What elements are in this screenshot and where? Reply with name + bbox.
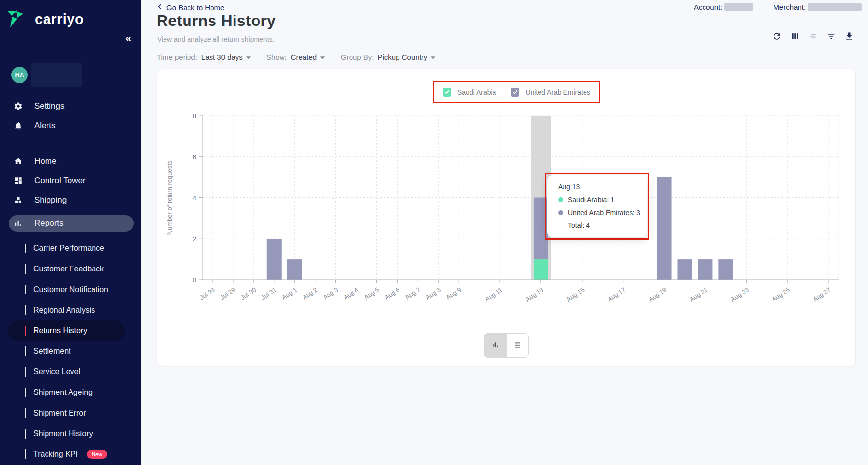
- chart-tooltip: Aug 13 Saudi Arabia: 1United Arab Emirat…: [547, 175, 647, 237]
- sidebar-item-label: Home: [34, 156, 56, 166]
- sidebar-item-carrier-performance[interactable]: Carrier Performance: [8, 238, 125, 259]
- svg-text:Aug 6: Aug 6: [383, 286, 401, 301]
- submenu-indicator: [25, 388, 26, 397]
- gear-icon: [14, 102, 23, 111]
- group-by-filter: Group By: Pickup Country: [341, 53, 436, 61]
- chart-view-button[interactable]: [484, 334, 506, 357]
- sidebar-subitem-label: Shipment Ageing: [33, 388, 93, 397]
- svg-text:Jul 28: Jul 28: [198, 286, 216, 301]
- svg-text:Aug 1: Aug 1: [281, 286, 298, 301]
- sidebar-subitem-label: Carrier Performance: [33, 244, 104, 253]
- avatar[interactable]: RA: [11, 67, 28, 83]
- sidebar-item-settings[interactable]: Settings: [0, 97, 141, 116]
- time-period-dropdown[interactable]: Last 30 days: [201, 53, 251, 61]
- show-filter: Show: Created: [266, 53, 325, 61]
- legend-item-united-arab-emirates[interactable]: United Arab Emirates: [511, 88, 590, 97]
- returns-bar-chart[interactable]: 02468Jul 28Jul 29Jul 30Jul 31Aug 1Aug 2A…: [157, 69, 855, 366]
- sidebar-subitem-label: Service Level: [33, 367, 80, 376]
- sidebar-item-label: Control Tower: [34, 176, 86, 186]
- account-selector[interactable]: [724, 3, 753, 11]
- rows-icon[interactable]: [808, 31, 818, 41]
- submenu-indicator: [25, 326, 26, 336]
- sidebar-subitem-label: Customer Feedback: [33, 265, 104, 273]
- download-icon[interactable]: [845, 31, 854, 41]
- svg-text:8: 8: [193, 112, 196, 120]
- svg-text:Aug 9: Aug 9: [445, 286, 462, 301]
- tooltip-row-text: United Arab Emirates: 3: [568, 209, 640, 217]
- logo-text: carriyo: [35, 11, 84, 27]
- sidebar-item-control-tower[interactable]: Control Tower: [0, 171, 141, 191]
- sidebar-subitem-label: Shipment History: [33, 429, 93, 438]
- chevron-down-icon: [320, 53, 325, 61]
- submenu-indicator: [25, 244, 26, 253]
- reports-icon: [14, 219, 23, 228]
- chevron-left-icon: [156, 3, 163, 12]
- user-row: RA: [11, 63, 141, 87]
- sidebar-item-tracking-kpi[interactable]: Tracking KPINew: [8, 444, 125, 465]
- sidebar-item-returns-history[interactable]: Returns History: [8, 320, 125, 341]
- svg-text:Aug 2: Aug 2: [301, 286, 319, 301]
- page-title: Returns History: [157, 12, 276, 30]
- sidebar-item-settlement[interactable]: Settlement: [8, 341, 125, 362]
- table-view-button[interactable]: [506, 334, 528, 357]
- filters-row: Time period: Last 30 days Show: Created …: [141, 53, 868, 65]
- sidebar-menu: SettingsAlertsHomeControl TowerShippingR…: [0, 97, 141, 232]
- submenu-indicator: [25, 285, 26, 294]
- show-dropdown[interactable]: Created: [291, 53, 325, 61]
- columns-icon[interactable]: [790, 31, 800, 41]
- legend-checkbox: [511, 88, 519, 97]
- sidebar-item-service-level[interactable]: Service Level: [8, 362, 125, 382]
- report-toolbar: [772, 31, 854, 41]
- svg-text:Aug 13: Aug 13: [524, 286, 544, 303]
- svg-text:Aug 17: Aug 17: [606, 286, 627, 303]
- sidebar-item-shipment-history[interactable]: Shipment History: [8, 423, 125, 444]
- submenu-indicator: [25, 305, 26, 315]
- sidebar-collapse-button[interactable]: «: [122, 31, 135, 44]
- time-period-filter: Time period: Last 30 days: [157, 53, 251, 61]
- sidebar-subitem-label: Returns History: [33, 326, 87, 335]
- sidebar-item-home[interactable]: Home: [0, 151, 141, 171]
- svg-text:Aug 8: Aug 8: [424, 286, 442, 301]
- carriyo-logo[interactable]: carriyo: [0, 0, 141, 29]
- sidebar-item-customer-notification[interactable]: Customer Notification: [8, 279, 125, 300]
- filter-icon[interactable]: [826, 31, 836, 41]
- bell-icon: [14, 122, 23, 130]
- svg-text:Aug 15: Aug 15: [565, 286, 586, 303]
- chart-view-toggle: [484, 333, 529, 358]
- legend-item-saudi-arabia[interactable]: Saudi Arabia: [443, 88, 496, 97]
- back-link-label: Go Back to Home: [166, 3, 224, 12]
- group-by-dropdown[interactable]: Pickup Country: [378, 53, 436, 61]
- submenu-indicator: [25, 367, 26, 377]
- account-label: Account:: [694, 3, 722, 11]
- table-icon: [513, 340, 522, 351]
- sidebar-item-shipping[interactable]: Shipping: [0, 191, 141, 210]
- chevron-down-icon: [430, 53, 436, 61]
- svg-text:2: 2: [193, 235, 196, 243]
- svg-text:Aug 23: Aug 23: [729, 286, 750, 303]
- sidebar-item-shipment-error[interactable]: Shipment Error: [8, 403, 125, 423]
- svg-text:Aug 11: Aug 11: [483, 286, 504, 303]
- refresh-icon[interactable]: [772, 31, 782, 41]
- tooltip-row-text: Saudi Arabia: 1: [568, 196, 614, 204]
- sidebar-item-customer-feedback[interactable]: Customer Feedback: [8, 259, 125, 279]
- svg-text:Aug 7: Aug 7: [404, 286, 422, 301]
- shipping-icon: [14, 196, 23, 205]
- chart-legend: Saudi ArabiaUnited Arab Emirates: [443, 88, 590, 97]
- sidebar-item-shipment-ageing[interactable]: Shipment Ageing: [8, 382, 125, 403]
- submenu-indicator: [25, 449, 26, 459]
- submenu-indicator: [25, 346, 26, 356]
- svg-text:Aug 3: Aug 3: [322, 286, 339, 301]
- merchant-selector[interactable]: [808, 3, 862, 11]
- submenu-indicator: [25, 429, 26, 439]
- sidebar-item-label: Reports: [34, 219, 64, 228]
- sidebar: carriyo « RA SettingsAlertsHomeControl T…: [0, 0, 141, 465]
- svg-text:0: 0: [193, 276, 196, 284]
- sidebar-item-regional-analysis[interactable]: Regional Analysis: [8, 300, 125, 320]
- sidebar-item-reports[interactable]: Reports: [9, 215, 134, 232]
- tooltip-total: Total: 4: [558, 221, 647, 229]
- svg-text:6: 6: [193, 153, 196, 161]
- sidebar-item-alerts[interactable]: Alerts: [0, 116, 141, 136]
- back-to-home-link[interactable]: Go Back to Home: [156, 3, 224, 12]
- submenu-indicator: [25, 264, 26, 274]
- account-merchant-bar: Account: Merchant:: [694, 3, 862, 11]
